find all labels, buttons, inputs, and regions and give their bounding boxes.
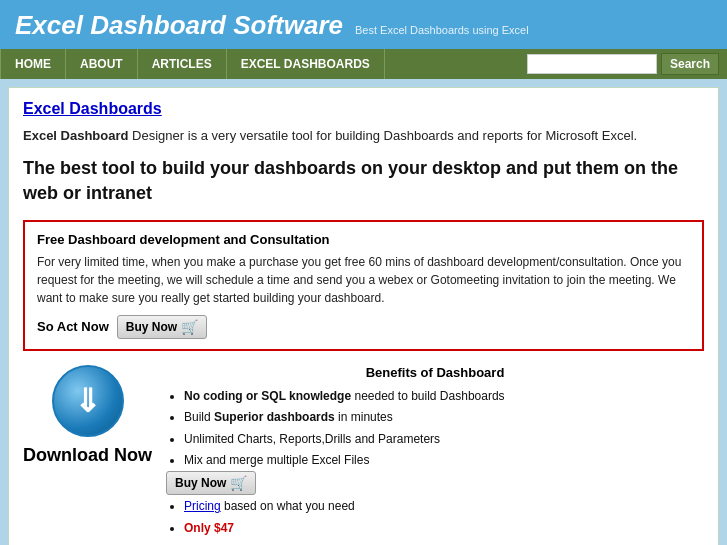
list-item-buy-now: Buy Now 🛒 xyxy=(166,471,704,495)
promo-box: Free Dashboard development and Consultat… xyxy=(23,220,704,351)
cart-icon-2: 🛒 xyxy=(230,475,247,491)
nav-search-area: Search xyxy=(527,53,727,75)
promo-cta-text: So Act Now xyxy=(37,319,109,334)
benefit-bold: Superior dashboards xyxy=(214,410,335,424)
content-area: Excel Dashboards Excel Dashboard Designe… xyxy=(8,87,719,545)
main-wrapper: Excel Dashboards Excel Dashboard Designe… xyxy=(0,79,727,545)
download-arrow-icon: ⇓ xyxy=(74,385,101,417)
benefits-heading: Benefits of Dashboard xyxy=(166,365,704,380)
promo-body: For very limited time, when you make a p… xyxy=(37,253,690,307)
benefits-list: No coding or SQL knowledge needed to bui… xyxy=(166,386,704,538)
nav-articles[interactable]: ARTICLES xyxy=(138,49,227,79)
promo-title: Free Dashboard development and Consultat… xyxy=(37,232,690,247)
benefits-section: ⇓ Download Now Benefits of Dashboard No … xyxy=(23,365,704,539)
navbar: HOME ABOUT ARTICLES EXCEL DASHBOARDS Sea… xyxy=(0,49,727,79)
list-item: Build Superior dashboards in minutes xyxy=(184,407,704,427)
nav-home[interactable]: HOME xyxy=(0,49,66,79)
download-icon-area: ⇓ Download Now xyxy=(23,365,152,539)
cart-icon: 🛒 xyxy=(181,319,198,335)
intro-text: Excel Dashboard Designer is a very versa… xyxy=(23,126,704,146)
site-title: Excel Dashboard Software xyxy=(15,10,343,41)
list-item: Mix and merge multiple Excel Files xyxy=(184,450,704,470)
benefits-buy-now-button[interactable]: Buy Now 🛒 xyxy=(166,471,256,495)
promo-buy-now-button[interactable]: Buy Now 🛒 xyxy=(117,315,207,339)
benefits-list-area: Benefits of Dashboard No coding or SQL k… xyxy=(166,365,704,539)
page-title: Excel Dashboards xyxy=(23,100,704,118)
hero-heading: The best tool to build your dashboards o… xyxy=(23,156,704,206)
pricing-link[interactable]: Pricing xyxy=(184,499,221,513)
intro-bold: Excel Dashboard xyxy=(23,128,129,143)
download-now-label: Download Now xyxy=(23,445,152,466)
promo-cta: So Act Now Buy Now 🛒 xyxy=(37,315,690,339)
site-header: Excel Dashboard Software Best Excel Dash… xyxy=(0,0,727,49)
benefits-buy-now-label: Buy Now xyxy=(175,476,226,490)
download-circle: ⇓ xyxy=(52,365,124,437)
search-button[interactable]: Search xyxy=(661,53,719,75)
benefit-bold: No coding or SQL knowledge xyxy=(184,389,351,403)
price-highlight: Only $47 xyxy=(184,521,234,535)
list-item: No coding or SQL knowledge needed to bui… xyxy=(184,386,704,406)
nav-about[interactable]: ABOUT xyxy=(66,49,138,79)
list-item: Only $47 xyxy=(184,518,704,538)
site-tagline: Best Excel Dashboards using Excel xyxy=(355,24,529,36)
search-input[interactable] xyxy=(527,54,657,74)
list-item: Pricing based on what you need xyxy=(184,496,704,516)
list-item: Unlimited Charts, Reports,Drills and Par… xyxy=(184,429,704,449)
nav-excel-dashboards[interactable]: EXCEL DASHBOARDS xyxy=(227,49,385,79)
intro-rest: Designer is a very versatile tool for bu… xyxy=(129,128,638,143)
promo-buy-now-label: Buy Now xyxy=(126,320,177,334)
